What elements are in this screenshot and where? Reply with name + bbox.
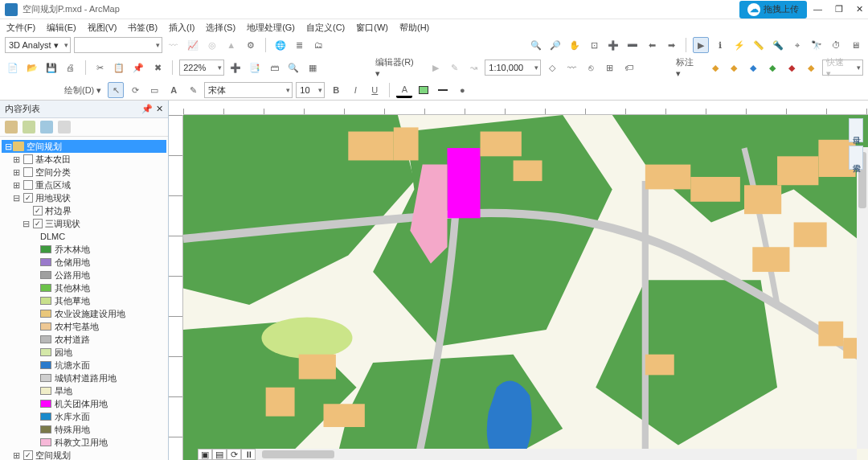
globe-icon[interactable]: 🌐	[272, 37, 289, 53]
list-by-selection-icon[interactable]	[58, 121, 71, 133]
menu-insert[interactable]: 插入(I)	[169, 22, 194, 34]
reshape-icon[interactable]: 〰	[563, 60, 579, 76]
full-extent-icon[interactable]: ⊡	[586, 37, 602, 53]
tree-row[interactable]: ⊞基本农田	[2, 153, 166, 166]
pause-icon[interactable]: ⏸	[241, 449, 256, 460]
catalog-window-icon[interactable]: 🗃	[266, 60, 282, 76]
delete-icon[interactable]: ✖	[149, 60, 166, 76]
terrain-icon[interactable]: ▲	[223, 37, 240, 53]
tree-row[interactable]: 水库水面	[2, 410, 166, 423]
tree-row[interactable]: 仓储用地	[2, 256, 166, 269]
refresh-icon[interactable]: ⟳	[227, 449, 241, 460]
layers-icon[interactable]: ≣	[292, 37, 308, 53]
options-icon[interactable]: ⚙	[243, 37, 259, 53]
tree-row[interactable]: 乔木林地	[2, 243, 166, 256]
profile-icon[interactable]: 📈	[185, 37, 201, 53]
menu-customize[interactable]: 自定义(C)	[306, 22, 345, 34]
layout-view-tab[interactable]: ▤	[212, 449, 227, 460]
tree-row[interactable]: 城镇村道路用地	[2, 372, 166, 384]
tree-row[interactable]: 科教文卫用地	[2, 436, 166, 449]
toc-tree[interactable]: ⊟空间规划⊞基本农田⊞空间分类⊞重点区域⊟用地现状村边界⊟三调现状DLMC乔木林…	[0, 137, 168, 460]
fixed-zoom-in-icon[interactable]: ➕	[605, 37, 621, 53]
tree-row[interactable]: 机关团体用地	[2, 397, 166, 410]
label-2-icon[interactable]: ◆	[726, 60, 742, 76]
python-icon[interactable]: ▦	[305, 60, 321, 76]
tree-row[interactable]: 特殊用地	[2, 423, 166, 436]
hyperlink-icon[interactable]: ⚡	[731, 37, 747, 53]
menu-edit[interactable]: 编辑(E)	[47, 22, 76, 34]
add-data-icon[interactable]: ➕	[227, 60, 244, 76]
menu-view[interactable]: 视图(V)	[88, 22, 117, 34]
zoom-combo[interactable]: 222%	[179, 60, 224, 76]
scale-combo[interactable]: 1:10,000	[485, 60, 541, 76]
edit-text-icon[interactable]: ✎	[185, 82, 201, 98]
split-icon[interactable]: ⎋	[583, 60, 599, 76]
tree-row[interactable]: 其他林地	[2, 281, 166, 294]
new-icon[interactable]: 📄	[5, 60, 21, 76]
tree-row[interactable]: ⊞空间分类	[2, 166, 166, 179]
tree-row[interactable]: 农村宅基地	[2, 320, 166, 333]
label-1-icon[interactable]: ◆	[707, 60, 723, 76]
catalog-icon[interactable]: 🗂	[311, 37, 327, 53]
list-by-source-icon[interactable]	[23, 121, 35, 133]
time-icon[interactable]: ⏱	[828, 37, 844, 53]
font-combo[interactable]: 宋体	[204, 82, 293, 98]
toc-pin-icon[interactable]: 📌	[141, 104, 153, 114]
open-icon[interactable]: 📂	[24, 60, 40, 76]
sketch-icon[interactable]: ✎	[446, 60, 462, 76]
rotate-icon[interactable]: ⟳	[127, 82, 143, 98]
contour-icon[interactable]: ◎	[204, 37, 220, 53]
analyst-layer-combo[interactable]	[74, 37, 162, 53]
menu-bookmarks[interactable]: 书签(B)	[128, 22, 158, 34]
minimize-button[interactable]: —	[813, 4, 822, 14]
map-scrollbar-vertical[interactable]	[857, 147, 868, 449]
menu-file[interactable]: 文件(F)	[6, 22, 35, 34]
label-6-icon[interactable]: ◆	[803, 60, 819, 76]
close-button[interactable]: ✕	[856, 4, 863, 14]
prev-extent-icon[interactable]: ⬅	[644, 37, 660, 53]
trace-icon[interactable]: ↝	[465, 60, 481, 76]
tree-row[interactable]: ⊟三调现状	[2, 217, 166, 230]
cut-icon[interactable]: ✂	[92, 60, 108, 76]
font-color-icon[interactable]: A	[396, 82, 412, 98]
binoculars-icon[interactable]: 🔭	[809, 37, 825, 53]
data-view-tab[interactable]: ▣	[198, 449, 212, 460]
tree-row[interactable]: 农村道路	[2, 333, 166, 346]
edit-vertices-icon[interactable]: ◇	[544, 60, 560, 76]
toc-close-icon[interactable]: ✕	[156, 104, 163, 114]
labels-label[interactable]: 标注 ▾	[676, 56, 701, 79]
label-5-icon[interactable]: ◆	[784, 60, 800, 76]
viewer-icon[interactable]: 🖥	[847, 37, 863, 53]
menu-selection[interactable]: 选择(S)	[206, 22, 235, 34]
paste-icon[interactable]: 📌	[130, 60, 146, 76]
list-by-drawing-icon[interactable]	[5, 121, 18, 133]
zoom-out-icon[interactable]: 🔎	[547, 37, 563, 53]
bold-button[interactable]: B	[328, 82, 344, 98]
tree-row[interactable]: 公路用地	[2, 269, 166, 281]
map-scrollbar-horizontal[interactable]: ▣ ▤ ⟳ ⏸	[198, 449, 857, 460]
merge-icon[interactable]: ⊞	[602, 60, 618, 76]
search-tab[interactable]: 搜索	[849, 146, 863, 170]
search-icon[interactable]: 🔍	[285, 60, 301, 76]
zoom-in-icon[interactable]: 🔍	[528, 37, 544, 53]
measure-icon[interactable]: 📏	[751, 37, 767, 53]
marker-color-icon[interactable]: ●	[454, 82, 470, 98]
upload-button[interactable]: ☁ 拖拽上传	[739, 1, 807, 18]
tree-row[interactable]: ⊞空间规划	[2, 449, 166, 460]
tree-row[interactable]: ⊞重点区域	[2, 179, 166, 191]
attributes-icon[interactable]: 🏷	[621, 60, 637, 76]
copy-icon[interactable]: 📋	[112, 60, 128, 76]
pan-icon[interactable]: ✋	[567, 37, 583, 53]
print-icon[interactable]: 🖨	[63, 60, 79, 76]
text-icon[interactable]: A	[166, 82, 182, 98]
menu-help[interactable]: 帮助(H)	[399, 22, 429, 34]
tree-row[interactable]: 园地	[2, 346, 166, 359]
edit-tool-icon[interactable]: ▶	[428, 60, 444, 76]
list-by-visibility-icon[interactable]	[40, 121, 53, 133]
identify-icon[interactable]: ℹ	[712, 37, 728, 53]
select-icon[interactable]: ▶	[693, 37, 709, 53]
save-icon[interactable]: 💾	[43, 60, 59, 76]
catalog-tab[interactable]: 目录	[849, 118, 863, 142]
rectangle-icon[interactable]: ▭	[146, 82, 162, 98]
next-extent-icon[interactable]: ➡	[663, 37, 679, 53]
